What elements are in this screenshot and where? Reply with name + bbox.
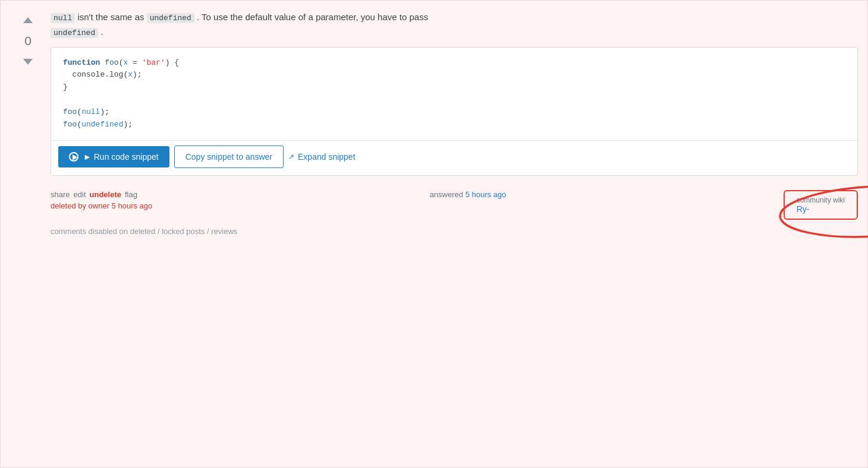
vote-cell: 0	[10, 10, 46, 236]
text-middle: isn't the same as	[77, 12, 146, 22]
comments-disabled-notice: comments disabled on deleted / locked po…	[51, 220, 858, 236]
keyword-function: function	[63, 58, 100, 67]
deleted-notice: deleted by owner 5 hours ago	[51, 201, 152, 210]
post-meta: share edit undelete flag deleted by owne…	[51, 185, 858, 220]
undefined2-inline-code: undefined	[51, 28, 98, 38]
undelete-link[interactable]: undelete	[90, 190, 121, 199]
call-foo-undefined: foo	[63, 120, 77, 129]
community-wiki-wrapper: community wiki Ry-	[784, 190, 858, 220]
answered-info: answered 5 hours ago	[430, 190, 507, 199]
answered-time-link[interactable]: 5 hours ago	[466, 190, 507, 199]
wiki-label: community wiki	[797, 196, 845, 204]
snippet-buttons: ► Run code snippet Copy snippet to answe…	[51, 140, 857, 175]
upvote-button[interactable]	[17, 10, 39, 31]
run-button-label: ► Run code snippet	[83, 152, 159, 162]
answer-container: 0 null isn't the same as undefined . To …	[0, 0, 868, 468]
answer-text: null isn't the same as undefined . To us…	[51, 10, 858, 40]
edit-link[interactable]: edit	[74, 190, 86, 199]
null-inline-code: null	[51, 13, 75, 23]
arg-null: null	[81, 107, 100, 116]
external-link-icon: ↗	[288, 153, 294, 161]
post-actions: share edit undelete flag deleted by owne…	[51, 190, 152, 210]
undefined-inline-code: undefined	[147, 13, 194, 23]
text-end: .	[100, 27, 103, 37]
flag-link[interactable]: flag	[125, 190, 137, 199]
wiki-user-link[interactable]: Ry-	[797, 204, 845, 214]
expand-snippet-button[interactable]: ↗ Expand snippet	[288, 152, 356, 162]
downvote-button[interactable]	[17, 50, 39, 72]
code-block-wrapper: function foo(x = 'bar') { console.log(x)…	[51, 47, 858, 176]
function-name-foo: foo	[105, 58, 118, 67]
copy-snippet-button[interactable]: Copy snippet to answer	[174, 146, 284, 168]
arg-undefined: undefined	[81, 120, 123, 129]
vote-count: 0	[24, 34, 32, 48]
string-bar: 'bar'	[142, 58, 165, 67]
share-link[interactable]: share	[51, 190, 70, 199]
run-snippet-button[interactable]: ► Run code snippet	[58, 146, 169, 167]
param-x: x	[123, 58, 128, 67]
action-links: share edit undelete flag	[51, 190, 152, 199]
log-param-x: x	[128, 70, 133, 79]
call-foo-null: foo	[63, 107, 77, 116]
content-cell: null isn't the same as undefined . To us…	[51, 10, 858, 236]
copy-button-label: Copy snippet to answer	[185, 152, 272, 162]
code-block: function foo(x = 'bar') { console.log(x)…	[51, 48, 857, 141]
text-after: . To use the default value of a paramete…	[197, 12, 428, 22]
expand-button-label: Expand snippet	[298, 152, 356, 162]
play-icon	[69, 152, 78, 162]
community-wiki-box: community wiki Ry-	[784, 190, 858, 220]
answered-label: answered	[430, 190, 463, 199]
answer-body: 0 null isn't the same as undefined . To …	[1, 10, 867, 236]
